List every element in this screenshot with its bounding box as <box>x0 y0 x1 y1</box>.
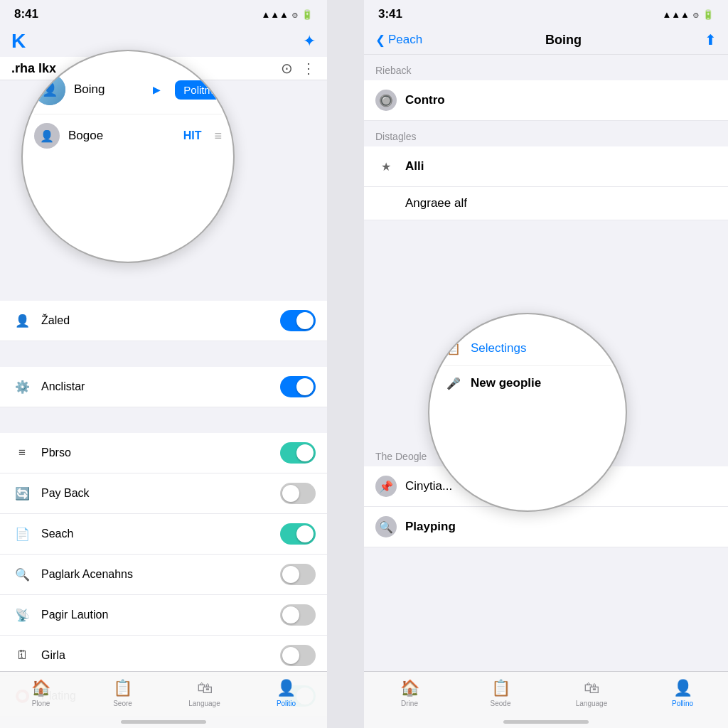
settings-label-2: Pbrso <box>41 446 71 459</box>
settings-row-2[interactable]: ≡ Pbrso <box>0 433 327 473</box>
settings-row-1[interactable]: ⚙️ Anclistar <box>0 367 327 407</box>
pin-icon: 📌 <box>375 476 397 497</box>
settings-list: 👤 Žaled ⚙️ Anclistar ≡ Pbrso 🔄 Pay Back <box>0 301 327 717</box>
contro-label: Contro <box>405 93 445 107</box>
tab-language-label: Language <box>188 700 220 707</box>
left-status-icons: ▲▲▲ ⌾ 🔋 <box>261 9 313 20</box>
home-icon: 🏠 <box>31 679 50 697</box>
left-phone: 8:41 ▲▲▲ ⌾ 🔋 K ✦ .rha lkx ⊙ ⋮ 👤 Boing ▶ <box>0 0 327 728</box>
signal-icon: ▲▲▲ <box>261 9 289 20</box>
toggle-2[interactable] <box>280 442 316 464</box>
right-status-bar: 3:41 ▲▲▲ ⌾ 🔋 <box>364 0 728 26</box>
tab-seode[interactable]: 📋 Seode <box>455 679 546 707</box>
hit-badge[interactable]: HIT <box>183 129 202 142</box>
tab-politio-label: Politio <box>277 700 296 707</box>
settings-row-left-6: 📡 Pagir Laution <box>11 604 108 626</box>
settings-row-4[interactable]: 📄 Seach <box>0 514 327 555</box>
left-tab-bar: 🏠 Plone 📋 Seore 🛍 Language 👤 Politio <box>0 671 327 728</box>
tab-plone[interactable]: 🏠 Plone <box>0 679 82 707</box>
selectings-label: Selectings <box>471 341 526 355</box>
playping-label: Playping <box>405 520 456 534</box>
tab-plone-label: Plone <box>32 700 50 707</box>
share-icon[interactable]: ⬆ <box>705 31 717 48</box>
left-header: K ✦ <box>0 26 327 57</box>
section-distagles: Distagles <box>364 121 728 146</box>
tab-pollino[interactable]: 👤 Pollino <box>637 679 728 707</box>
settings-icon-7: 🗓 <box>11 645 33 666</box>
mic-icon: 🎤 <box>444 373 464 393</box>
chevron-left-icon: ❮ <box>375 33 385 48</box>
settings-row-left-3: 🔄 Pay Back <box>11 483 90 504</box>
battery-icon: 🔋 <box>301 9 313 20</box>
signal-icon-r: ▲▲▲ <box>662 9 690 20</box>
toggle-4[interactable] <box>280 523 316 545</box>
section-sep-2 <box>0 407 327 433</box>
globe-icon[interactable]: ✦ <box>303 32 316 50</box>
settings-label-4: Seach <box>41 528 73 540</box>
politm-badge[interactable]: Politm <box>175 80 222 100</box>
settings-label-7: Girla <box>41 649 65 662</box>
tab-seore[interactable]: 📋 Seore <box>82 679 164 707</box>
avatar-bogoe: 👤 <box>34 123 60 149</box>
bag-icon-r: 🛍 <box>584 679 599 697</box>
tab-language[interactable]: 🛍 Language <box>164 679 245 707</box>
right-status-icons: ▲▲▲ ⌾ 🔋 <box>662 9 714 20</box>
home-icon-r: 🏠 <box>400 679 419 697</box>
mag-r-selectings[interactable]: 📋 Selectings <box>444 331 611 366</box>
tab-seore-label: Seore <box>113 700 132 707</box>
tab-politio[interactable]: 👤 Politio <box>245 679 327 707</box>
tab-seode-label: Seode <box>491 700 511 707</box>
right-nav: ❮ Peach Boing ⬆ <box>364 26 728 55</box>
settings-row-7[interactable]: 🗓 Girla <box>0 636 327 676</box>
toggle-3[interactable] <box>280 483 316 504</box>
wifi-icon-r: ⌾ <box>693 9 699 20</box>
cinytia-label: Cinytia... <box>405 479 452 493</box>
home-indicator <box>121 720 206 724</box>
right-phone: 3:41 ▲▲▲ ⌾ 🔋 ❮ Peach Boing ⬆ Rieback 🔘 C… <box>364 0 728 728</box>
settings-row-3[interactable]: 🔄 Pay Back <box>0 473 327 514</box>
search-icon[interactable]: ⊙ <box>281 60 293 77</box>
battery-icon-r: 🔋 <box>702 9 714 20</box>
right-time: 3:41 <box>378 7 402 21</box>
search-icon-r: 🔍 <box>375 516 397 537</box>
left-time: 8:41 <box>14 7 38 21</box>
magnify-circle-left: 👤 Boing ▶ Politm 👤 Bogoe HIT ≡ <box>21 50 235 263</box>
play-icon[interactable]: ▶ <box>153 84 161 95</box>
back-button[interactable]: ❮ Peach <box>375 33 422 48</box>
item-playping[interactable]: 🔍 Playping <box>364 507 728 547</box>
toggle-6[interactable] <box>280 604 316 626</box>
toggle-7[interactable] <box>280 645 316 666</box>
list-icon-r: 📋 <box>491 679 510 697</box>
settings-row-left-5: 🔍 Paglark Acenahns <box>11 564 133 585</box>
nav-icons: ⊙ ⋮ <box>281 60 316 77</box>
item-contro[interactable]: 🔘 Contro <box>364 80 728 121</box>
mag-contact-boing[interactable]: 👤 Boing ▶ Politm <box>34 65 222 114</box>
settings-row-6[interactable]: 📡 Pagir Laution <box>0 595 327 636</box>
mag-name-bogoe: Bogoe <box>68 129 175 143</box>
mag-r-newgeoplie[interactable]: 🎤 New geoplie <box>444 366 611 400</box>
toggle-5[interactable] <box>280 564 316 585</box>
tab-language-r[interactable]: 🛍 Language <box>546 679 637 707</box>
item-alli[interactable]: ★ Alli <box>364 146 728 187</box>
settings-icon-6: 📡 <box>11 604 33 626</box>
header-k[interactable]: K <box>11 30 26 53</box>
alli-label: Alli <box>405 159 424 173</box>
toggle-0[interactable] <box>280 310 316 331</box>
selectings-icon: 📋 <box>444 338 464 358</box>
section-rieback: Rieback <box>364 55 728 80</box>
settings-label-1: Anclistar <box>41 380 85 393</box>
settings-row-5[interactable]: 🔍 Paglark Acenahns <box>0 555 327 595</box>
settings-row-left-7: 🗓 Girla <box>11 645 65 666</box>
settings-icon-2: ≡ <box>11 442 33 464</box>
more-icon[interactable]: ⋮ <box>301 60 316 77</box>
toggle-1[interactable] <box>280 376 316 397</box>
tab-drine[interactable]: 🏠 Drine <box>364 679 455 707</box>
section-sep-1 <box>0 341 327 367</box>
item-angraee[interactable]: Angraee alf <box>364 187 728 220</box>
settings-icon-5: 🔍 <box>11 564 33 585</box>
settings-icon-3: 🔄 <box>11 483 33 504</box>
angraee-label: Angraee alf <box>405 196 467 210</box>
settings-row-left-2: ≡ Pbrso <box>11 442 71 464</box>
mag-contact-bogoe[interactable]: 👤 Bogoe HIT ≡ <box>34 114 222 157</box>
settings-row-0[interactable]: 👤 Žaled <box>0 301 327 341</box>
